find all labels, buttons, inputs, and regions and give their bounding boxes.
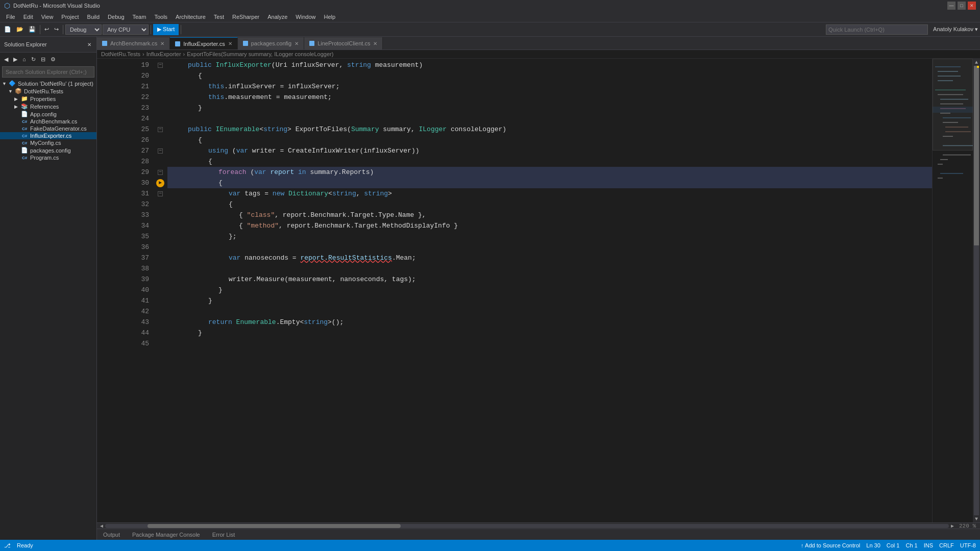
menu-item-resharper[interactable]: ReSharper [228,13,263,21]
start-button[interactable]: ▶ Start [153,24,179,35]
breadcrumb-item-2[interactable]: ExportToFiles(Summary summary, ILogger c… [187,51,333,57]
code-line-content[interactable]: var tags = new Dictionary<string, string… [167,188,932,199]
code-line-content[interactable]: { "method", report.Benchmark.Target.Meth… [167,220,932,231]
scrollbar-thumb[interactable] [974,66,979,245]
vertical-scrollbar[interactable]: ▲ ▼ [973,59,980,522]
menu-item-analyze[interactable]: Analyze [263,13,291,21]
bottom-tab-2[interactable]: Error List [206,529,241,540]
se-refresh-button[interactable]: ↻ [29,54,38,65]
minimize-button[interactable]: — [947,2,955,10]
tab-close-button[interactable]: ✕ [160,41,164,46]
scroll-left-button[interactable]: ◀ [98,523,105,529]
redo-button[interactable]: ↪ [52,24,61,35]
code-line-content[interactable] [167,113,932,124]
menu-item-help[interactable]: Help [320,13,339,21]
h-scrollbar-track[interactable] [105,524,949,528]
bottom-tab-0[interactable]: Output [97,529,126,540]
editor-tab-1[interactable]: InfluxExporter.cs✕ [170,37,237,49]
solution-explorer-search[interactable] [2,66,94,78]
fold-button[interactable]: − [158,127,163,132]
editor-tab-2[interactable]: packages.config✕ [238,37,305,49]
menu-item-debug[interactable]: Debug [104,13,128,21]
code-line-content[interactable]: { [167,156,932,167]
fold-button[interactable]: − [158,191,163,196]
scrollbar-track[interactable] [974,66,979,515]
scroll-right-button[interactable]: ▶ [949,523,956,529]
code-line-content[interactable]: this.influxServer = influxServer; [167,81,932,92]
menu-item-file[interactable]: File [2,13,19,21]
menu-item-project[interactable]: Project [57,13,83,21]
breadcrumb-item-0[interactable]: DotNetRu.Tests [101,51,140,57]
code-line-content[interactable]: foreach (var report in summary.Reports) [167,167,932,178]
se-back-button[interactable]: ◀ [2,54,10,65]
menu-item-team[interactable]: Team [129,13,151,21]
code-line-content[interactable]: public IEnumerable<string> ExportToFiles… [167,124,932,135]
tree-item-3[interactable]: ▶📚References [0,103,96,110]
code-line-content[interactable] [167,338,932,349]
tree-item-10[interactable]: C#Program.cs [0,154,96,161]
source-control-label[interactable]: ↑ Add to Source Control [801,542,860,548]
code-line-content[interactable]: var nanoseconds = report.ResultStatistic… [167,253,932,263]
code-line-content[interactable]: } [167,103,932,113]
code-line-content[interactable]: } [167,328,932,338]
fold-button[interactable]: − [158,170,163,175]
new-project-button[interactable]: 📄 [2,24,13,35]
minimap-viewport[interactable] [933,59,973,151]
close-button[interactable]: ✕ [968,2,976,10]
code-content[interactable]: 19−public InfluxExporter(Uri influxServe… [135,59,932,522]
tree-item-8[interactable]: C#MyConfig.cs [0,139,96,146]
se-settings-button[interactable]: ⚙ [48,54,58,65]
code-line-content[interactable]: using (var writer = CreateInfluxWriter(i… [167,145,932,156]
code-line-content[interactable] [167,306,932,317]
tree-item-7[interactable]: C#InfluxExporter.cs [0,132,96,139]
code-line-content[interactable]: { "class", report.Benchmark.Target.Type.… [167,210,932,220]
code-line-content[interactable]: return Enumerable.Empty<string>(); [167,317,932,328]
tree-item-6[interactable]: C#FakeDataGenerator.cs [0,125,96,132]
tree-item-1[interactable]: ▼📦DotNetRu.Tests [0,87,96,95]
se-forward-button[interactable]: ▶ [11,54,19,65]
horizontal-scrollbar[interactable]: ◀ ▶ 220 % [97,522,980,529]
se-collapse-button[interactable]: ⊟ [39,54,47,65]
se-close-button[interactable]: ✕ [86,39,92,50]
tree-item-9[interactable]: 📄packages.config [0,146,96,154]
menu-item-view[interactable]: View [37,13,58,21]
code-line-content[interactable]: writer.Measure(measurement, nanoseconds,… [167,274,932,285]
code-line-content[interactable]: this.measurement = measurement; [167,92,932,103]
menu-item-window[interactable]: Window [291,13,320,21]
tree-item-5[interactable]: C#ArchBenchmark.cs [0,118,96,125]
fold-button[interactable]: − [158,148,163,154]
tree-item-4[interactable]: 📄App.config [0,110,96,118]
save-button[interactable]: 💾 [27,24,38,35]
code-line-content[interactable]: { [167,199,932,210]
tab-close-button[interactable]: ✕ [295,41,299,46]
tree-item-2[interactable]: ▶📁Properties [0,95,96,103]
editor-tab-3[interactable]: LineProtocolClient.cs✕ [304,37,383,49]
code-line-content[interactable]: } [167,295,932,306]
code-line-content[interactable] [167,242,932,253]
maximize-button[interactable]: □ [958,2,966,10]
tab-close-button[interactable]: ✕ [228,41,232,46]
config-dropdown[interactable]: Debug Release [65,24,102,35]
code-line-content[interactable] [167,263,932,274]
menu-item-tools[interactable]: Tools [150,13,172,21]
code-line-content[interactable]: public InfluxExporter(Uri influxServer, … [167,60,932,70]
menu-item-build[interactable]: Build [83,13,104,21]
quick-launch-input[interactable] [826,24,928,35]
platform-dropdown[interactable]: Any CPU [103,24,149,35]
tree-item-0[interactable]: ▼🔷Solution 'DotNetRu' (1 project) [0,80,96,87]
code-line-content[interactable]: } [167,285,932,295]
undo-button[interactable]: ↩ [42,24,51,35]
menu-item-architecture[interactable]: Architecture [172,13,210,21]
h-scrollbar-thumb[interactable] [148,524,401,528]
bottom-tab-1[interactable]: Package Manager Console [126,529,206,540]
se-home-button[interactable]: ⌂ [20,54,28,65]
tab-close-button[interactable]: ✕ [373,41,377,46]
scroll-down-button[interactable]: ▼ [973,515,980,522]
code-line-content[interactable]: { [167,178,932,188]
fold-button[interactable]: − [158,63,163,68]
code-line-content[interactable]: { [167,70,932,81]
menu-item-edit[interactable]: Edit [19,13,37,21]
breadcrumb-item-1[interactable]: InfluxExporter [146,51,181,57]
menu-item-test[interactable]: Test [210,13,228,21]
scroll-up-button[interactable]: ▲ [973,59,980,66]
